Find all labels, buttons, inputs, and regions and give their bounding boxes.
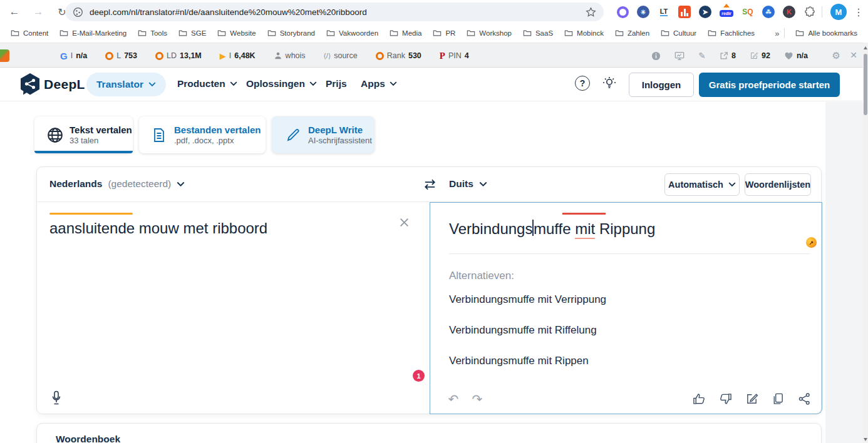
attention-badge[interactable]: 1: [413, 370, 425, 382]
scrollbar-up-arrow[interactable]: [864, 46, 867, 49]
browser-menu-icon[interactable]: ⋮: [850, 4, 867, 20]
theme-lamp-icon[interactable]: [602, 76, 616, 89]
seoquake-source[interactable]: ⟨/⟩source: [324, 51, 358, 60]
seoquake-pinterest[interactable]: PPIN4: [440, 51, 469, 61]
bookmark-folder[interactable]: SaaS: [517, 26, 559, 41]
thumbs-down-icon[interactable]: [719, 392, 732, 405]
address-bar[interactable]: deepl.com/nl/translator#nl/de/aansluiten…: [65, 3, 604, 21]
bookmarks-overflow-chevron[interactable]: »: [775, 29, 779, 38]
target-word-marked[interactable]: Rippung: [599, 220, 655, 237]
seoquake-diagnosis-icon[interactable]: [674, 51, 685, 61]
nav-translator[interactable]: Translator: [86, 73, 166, 96]
seoquake-settings-icon[interactable]: ⚙: [832, 50, 840, 61]
extension-snowflake-icon[interactable]: ✳: [636, 4, 651, 19]
tab-deepl-write[interactable]: DeepL Write AI-schrijfassistent: [272, 116, 375, 153]
seoquake-google-index[interactable]: GIn/a: [60, 51, 87, 61]
browser-toolbar: ← → ↻ deepl.com/nl/translator#nl/de/aans…: [0, 0, 868, 24]
alternative-option[interactable]: Verbindungsmuffe mit Verrippung: [449, 293, 606, 306]
alternative-option[interactable]: Verbindungsmuffe mit Rippen: [449, 355, 589, 367]
target-text[interactable]: Verbindungsmuffe mit Rippung: [449, 220, 655, 238]
bookmark-folder[interactable]: Tools: [132, 26, 173, 41]
forward-icon[interactable]: →: [30, 4, 46, 20]
seoquake-link-domains[interactable]: LD13,1M: [155, 51, 202, 60]
bookmarks-bar: Content E-Mail-Marketing Tools SGE Websi…: [0, 24, 868, 43]
bookmark-folder[interactable]: Vakwoorden: [321, 26, 384, 41]
tab-subtitle: AI-schrijfassistent: [308, 136, 372, 146]
bookmark-folder[interactable]: PR: [427, 26, 461, 41]
help-icon[interactable]: ?: [575, 76, 590, 91]
target-word-underlined[interactable]: mit: [575, 220, 595, 239]
seoquake-info-icon[interactable]: [651, 51, 661, 61]
source-text[interactable]: aansluitende mouw met ribboord: [49, 220, 267, 237]
glossary-button[interactable]: Woordenlijsten: [745, 173, 811, 196]
extensions-puzzle-icon[interactable]: [802, 4, 817, 19]
extension-similarweb-icon[interactable]: [615, 4, 630, 19]
deepl-brand[interactable]: DeepL: [44, 77, 85, 92]
bookmark-folder[interactable]: E-Mail-Marketing: [54, 26, 132, 41]
microphone-icon[interactable]: [51, 390, 62, 405]
extension-seoquake-icon[interactable]: SQ: [740, 4, 755, 19]
bookmark-folder[interactable]: Fachliches: [702, 26, 760, 41]
source-language-selector[interactable]: Nederlands (gedetecteerd): [49, 178, 185, 190]
bookmark-star-icon[interactable]: [586, 7, 596, 18]
seoquake-close-icon[interactable]: ✕: [850, 50, 857, 60]
extension-languagetool-icon[interactable]: LT: [656, 4, 671, 19]
copy-icon[interactable]: [772, 392, 785, 405]
target-language-selector[interactable]: Duits: [449, 178, 487, 190]
login-button[interactable]: Inloggen: [629, 73, 694, 97]
toolbar-separator: [822, 6, 822, 18]
target-text-panel[interactable]: Verbindungsmuffe mit Rippung ↗ Alternati…: [430, 202, 822, 414]
undo-icon[interactable]: ↶: [446, 392, 461, 407]
translator-card: Nederlands (gedetecteerd) Duits Automati…: [36, 166, 822, 414]
nav-solutions[interactable]: Oplossingen: [246, 78, 317, 89]
nav-products[interactable]: Producten: [177, 78, 237, 89]
nav-pricing[interactable]: Prijs: [326, 78, 347, 89]
seoquake-bing-index[interactable]: ▶I6,48K: [220, 51, 256, 61]
back-icon[interactable]: ←: [6, 4, 23, 20]
extension-community-icon[interactable]: ⁂: [761, 4, 776, 19]
seoquake-logo-icon[interactable]: [0, 49, 9, 62]
floating-extension-badge[interactable]: ↗: [806, 237, 817, 248]
clear-source-icon[interactable]: [396, 215, 411, 230]
bookmark-folder[interactable]: Workshop: [461, 26, 517, 41]
seoquake-rank[interactable]: Rank530: [376, 51, 421, 60]
source-text-panel[interactable]: aansluitende mouw met ribboord: [37, 202, 430, 414]
seoquake-density-icon[interactable]: ✎: [698, 51, 706, 61]
tab-translate-files[interactable]: Bestanden vertalen .pdf, .docx, .pptx: [139, 116, 266, 153]
tab-title: Bestanden vertalen: [174, 125, 261, 136]
edit-translation-icon[interactable]: [745, 392, 758, 405]
extension-redir-icon[interactable]: redir: [718, 4, 735, 19]
url-text[interactable]: deepl.com/nl/translator#nl/de/aansluiten…: [90, 8, 586, 17]
extension-redirect-arrow-icon[interactable]: ➤: [698, 4, 713, 19]
free-trial-button[interactable]: Gratis proefperiode starten: [699, 73, 840, 97]
share-icon[interactable]: [798, 392, 811, 405]
deepl-logo-icon[interactable]: [19, 73, 41, 96]
profile-avatar[interactable]: M: [830, 4, 847, 20]
bookmark-folder[interactable]: Zahlen: [609, 26, 655, 41]
seoquake-internal-links[interactable]: 92: [750, 51, 770, 60]
all-bookmarks-button[interactable]: Alle bookmarks: [790, 26, 863, 41]
extension-keywords-everywhere-icon[interactable]: K: [782, 4, 797, 19]
thumbs-up-icon[interactable]: [693, 392, 706, 405]
seoquake-links[interactable]: L753: [105, 51, 137, 60]
seoquake-whois[interactable]: whois: [274, 51, 306, 60]
bookmark-folder[interactable]: SGE: [173, 26, 212, 41]
nav-apps[interactable]: Apps: [361, 78, 397, 89]
alternative-option[interactable]: Verbindungsmuffe mit Riffelung: [449, 324, 597, 337]
site-info-icon[interactable]: [73, 7, 83, 18]
seoquake-health[interactable]: n/a: [784, 51, 808, 60]
formality-selector[interactable]: Automatisch: [664, 173, 740, 196]
bookmark-folder[interactable]: Storybrand: [262, 26, 321, 41]
scrollbar-down-arrow[interactable]: [864, 438, 867, 441]
seoquake-external-links[interactable]: 8: [720, 51, 736, 60]
scrollbar-thumb[interactable]: [864, 54, 867, 115]
redo-icon[interactable]: ↷: [470, 392, 485, 407]
bookmark-folder[interactable]: Content: [5, 26, 54, 41]
bookmark-folder[interactable]: Website: [212, 26, 261, 41]
bookmark-folder[interactable]: Cultuur: [655, 26, 702, 41]
extension-seo-meta-icon[interactable]: [677, 4, 692, 19]
bookmark-folder[interactable]: Media: [384, 26, 427, 41]
bookmark-folder[interactable]: Mobinck: [559, 26, 609, 41]
swap-languages-icon[interactable]: [423, 178, 437, 191]
tab-translate-text[interactable]: Tekst vertalen 33 talen: [34, 116, 133, 153]
